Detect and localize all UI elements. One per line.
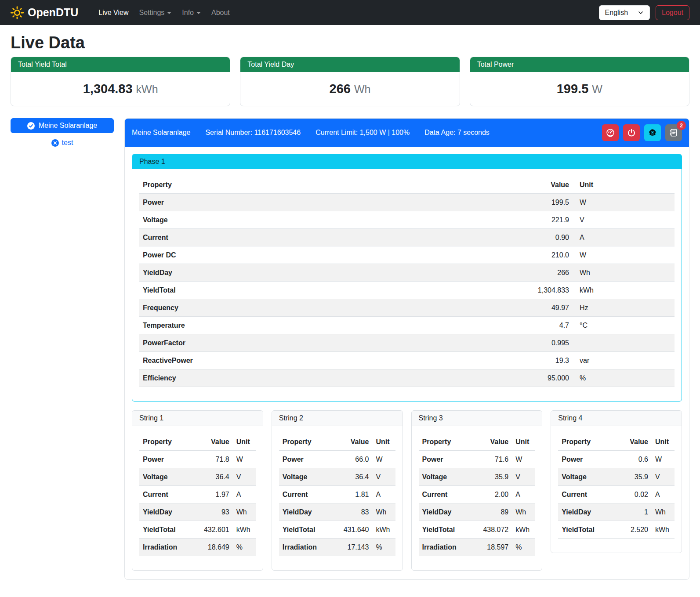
card-unit: Wh (354, 83, 371, 95)
unit-cell: W (652, 451, 675, 468)
property-cell: Power (139, 194, 502, 211)
unit-cell: V (233, 468, 256, 486)
speedometer-icon (606, 128, 615, 137)
nav-about[interactable]: About (211, 9, 230, 17)
property-cell: YieldTotal (139, 282, 502, 299)
event-log-button[interactable]: 2 (665, 124, 682, 141)
unit-cell: kWh (512, 521, 535, 539)
string-4-card: String 4 Property Value Unit (551, 410, 682, 553)
col-value: Value (472, 433, 512, 451)
total-yield-total-card: Total Yield Total 1,304.83kWh (11, 57, 230, 106)
value-cell: 18.597 (472, 539, 512, 556)
value-cell: 1.81 (333, 486, 373, 503)
table-row: Power199.5W (139, 194, 675, 211)
strings-row: String 1 Property Value Unit (132, 410, 682, 571)
table-row: YieldDay89Wh (419, 503, 535, 521)
value-cell: 1.97 (193, 486, 233, 503)
unit-cell: Wh (233, 503, 256, 521)
brand-text: OpenDTU (28, 6, 78, 19)
total-power-card: Total Power 199.5W (470, 57, 689, 106)
logout-button[interactable]: Logout (656, 5, 689, 20)
string-body: Property Value Unit Power71.6WVoltage35.… (412, 426, 542, 570)
table-row: Voltage35.9V (419, 468, 535, 486)
nav-info[interactable]: Info (182, 9, 201, 17)
power-toggle-button[interactable] (623, 124, 640, 141)
x-circle-icon (51, 139, 59, 147)
table-header-row: Property Value Unit (419, 433, 535, 451)
unit-cell: V (512, 468, 535, 486)
journal-text-icon (669, 128, 678, 137)
limit-settings-button[interactable] (602, 124, 619, 141)
property-cell: YieldDay (558, 503, 612, 521)
col-unit: Unit (373, 433, 395, 451)
property-cell: YieldTotal (139, 521, 193, 539)
property-cell: Voltage (558, 468, 612, 486)
col-unit: Unit (573, 176, 675, 194)
unit-cell: Hz (573, 299, 675, 317)
nav-settings[interactable]: Settings (139, 9, 171, 17)
value-cell: 0.6 (612, 451, 652, 468)
property-cell: PowerFactor (139, 334, 502, 352)
table-header-row: Property Value Unit (139, 176, 675, 194)
inverter-select-button[interactable]: Meine Solaranlage (11, 118, 114, 133)
brand-link[interactable]: OpenDTU (11, 6, 78, 19)
unit-cell: W (373, 451, 395, 468)
unit-cell: A (373, 486, 395, 503)
unit-cell: % (512, 539, 535, 556)
property-cell: Voltage (419, 468, 473, 486)
property-cell: Current (139, 229, 502, 246)
property-cell: Voltage (139, 211, 502, 229)
table-header-row: Property Value Unit (279, 433, 395, 451)
col-property: Property (279, 433, 333, 451)
property-cell: YieldTotal (279, 521, 333, 539)
col-unit: Unit (512, 433, 535, 451)
language-select[interactable]: English (599, 5, 650, 20)
table-row: Power DC210.0W (139, 246, 675, 264)
table-row: YieldTotal1,304.833kWh (139, 282, 675, 299)
table-row: Irradiation17.143% (279, 539, 395, 556)
phase-panel: Phase 1 Property Value Unit Power199.5WV… (132, 154, 682, 402)
unit-cell: W (233, 451, 256, 468)
inverter-card: Meine Solaranlage Serial Number: 1161716… (124, 118, 689, 580)
inverter-test-link[interactable]: test (11, 139, 114, 147)
device-info-button[interactable] (644, 124, 661, 141)
property-cell: Current (139, 486, 193, 503)
value-cell: 0.90 (502, 229, 573, 246)
nav-live-view[interactable]: Live View (98, 9, 128, 17)
col-unit: Unit (233, 433, 256, 451)
inverter-actions: 2 (602, 124, 682, 141)
property-cell: Current (419, 486, 473, 503)
unit-cell: Wh (652, 503, 675, 521)
col-property: Property (558, 433, 612, 451)
unit-cell: V (652, 468, 675, 486)
card-title: Total Yield Day (240, 57, 459, 72)
property-cell: Power (558, 451, 612, 468)
table-row: Voltage36.4V (279, 468, 395, 486)
page-title: Live Data (11, 33, 689, 52)
unit-cell: % (573, 369, 675, 387)
unit-cell: W (512, 451, 535, 468)
col-value: Value (333, 433, 373, 451)
value-cell: 0.02 (612, 486, 652, 503)
property-cell: YieldTotal (419, 521, 473, 539)
table-row: YieldDay1Wh (558, 503, 675, 521)
table-row: Voltage221.9V (139, 211, 675, 229)
table-row: Current1.97A (139, 486, 256, 503)
card-title: Total Power (470, 57, 689, 72)
value-cell: 89 (472, 503, 512, 521)
property-cell: Irradiation (139, 539, 193, 556)
string-body: Property Value Unit Power66.0WVoltage36.… (272, 426, 403, 570)
unit-cell: % (233, 539, 256, 556)
value-cell: 95.000 (502, 369, 573, 387)
property-cell: Current (558, 486, 612, 503)
string-title: String 1 (132, 411, 263, 426)
table-row: ReactivePower19.3var (139, 352, 675, 369)
string-body: Property Value Unit Power71.8WVoltage36.… (132, 426, 263, 570)
caret-down-icon (196, 12, 201, 14)
value-cell: 36.4 (333, 468, 373, 486)
inverter-data-age: Data Age: 7 seconds (424, 129, 490, 137)
table-row: Efficiency95.000% (139, 369, 675, 387)
value-cell: 2.00 (472, 486, 512, 503)
cpu-icon (648, 128, 657, 137)
property-cell: Efficiency (139, 369, 502, 387)
